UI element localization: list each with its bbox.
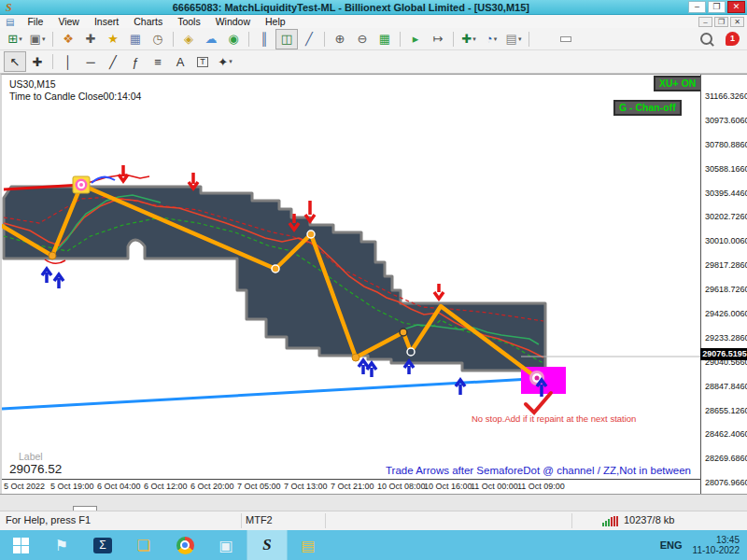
mdi-minimize-button[interactable]: –	[698, 17, 712, 27]
toolbar-icon[interactable]	[173, 32, 174, 47]
toolbar-icon[interactable]	[52, 32, 53, 47]
price-label: 31166.3260	[701, 85, 747, 109]
timeframe-button[interactable]	[547, 36, 558, 42]
resource-monitor-icon[interactable]: ▣	[205, 530, 247, 560]
red-arc	[45, 259, 65, 263]
toolbar-icon[interactable]	[324, 32, 325, 47]
trading-platform-icon[interactable]: S	[247, 530, 288, 560]
strategy-tester-icon[interactable]: ◷	[147, 29, 169, 49]
taskbar-clock[interactable]: 13:45 11-10-2022	[693, 535, 740, 555]
notifications-badge[interactable]: 1	[726, 32, 740, 46]
timeframe-button[interactable]	[586, 36, 598, 42]
cursor-icon[interactable]: ↖	[4, 51, 26, 72]
timeframe-button[interactable]	[573, 36, 585, 42]
toolbar-icon[interactable]	[453, 32, 454, 47]
templates-icon[interactable]: ▤	[502, 29, 525, 49]
time-label: 6 Oct 04:00	[97, 480, 144, 495]
server-manager-icon[interactable]: ⚑	[41, 530, 82, 560]
autotrading-icon[interactable]: ◉	[222, 29, 245, 49]
timeframe-button[interactable]	[534, 36, 545, 42]
powershell-icon[interactable]: Σ	[82, 530, 123, 560]
time-axis[interactable]: 5 Oct 20225 Oct 19:006 Oct 04:006 Oct 12…	[2, 479, 700, 495]
chart-shift-icon[interactable]: ↦	[427, 29, 449, 49]
minimize-button[interactable]: –	[688, 1, 706, 13]
auto-scroll-icon[interactable]: ▸	[404, 29, 427, 49]
chrome-logo-icon	[176, 537, 194, 554]
fibonacci-icon[interactable]: ≡	[147, 51, 169, 72]
crosshair-icon[interactable]: ✚	[26, 51, 49, 72]
time-label: 7 Oct 05:00	[237, 480, 284, 495]
label-object-value: 29076.52	[9, 462, 62, 476]
new-order-icon[interactable]: ◈	[177, 29, 200, 49]
toolbar-icon[interactable]	[400, 32, 401, 47]
file-explorer-icon[interactable]: ❏	[123, 530, 164, 560]
buy-arrow-icon	[54, 274, 63, 288]
timeframe-button[interactable]	[599, 36, 611, 42]
zoom-out-icon[interactable]: ⊖	[351, 29, 374, 49]
buy-arrow-icon	[359, 360, 368, 374]
tile-windows-icon[interactable]: ▦	[374, 29, 396, 49]
timeframe-button[interactable]	[626, 36, 637, 42]
periods-icon[interactable]: ◔	[480, 29, 502, 49]
timeframe-button[interactable]	[639, 36, 650, 42]
vertical-line-icon[interactable]: │	[57, 51, 79, 72]
signals-icon[interactable]: ☁	[200, 29, 222, 49]
red-squiggle	[81, 175, 149, 185]
menu-item[interactable]: Help	[258, 16, 293, 27]
menu-item[interactable]: File	[20, 16, 50, 27]
menu-item[interactable]: Tools	[170, 16, 208, 27]
language-indicator[interactable]: ENG	[660, 539, 683, 551]
bar-chart-icon[interactable]: ║	[253, 29, 275, 49]
search-icon[interactable]	[700, 33, 712, 45]
candlestick-chart-icon[interactable]: ◫	[275, 29, 298, 49]
text-icon[interactable]: A	[169, 51, 191, 72]
shapes-icon[interactable]: ✦	[214, 51, 236, 72]
system-tray: ENG 13:45 11-10-2022	[609, 535, 747, 555]
mdi-restore-button[interactable]: ❐	[714, 17, 728, 27]
current-price-tag: 29076.5195	[700, 348, 747, 360]
menu-item[interactable]: Insert	[87, 16, 126, 27]
terminal-icon[interactable]: ▦	[124, 29, 147, 49]
candle-countdown-label: Time to Candle Close00:14:04	[9, 91, 141, 102]
trend-line[interactable]	[2, 379, 530, 409]
price-label: 30202.7260	[701, 205, 747, 230]
menu-item[interactable]: Charts	[126, 16, 170, 27]
mdi-close-button[interactable]: ✕	[730, 17, 744, 27]
sell-arrow-icon	[434, 284, 444, 299]
line-chart-icon[interactable]: ╱	[298, 29, 320, 49]
menu-item[interactable]: Window	[208, 16, 258, 27]
navigator-icon[interactable]: ★	[102, 29, 124, 49]
profiles-icon[interactable]: ▣	[26, 29, 49, 49]
status-divider	[325, 513, 326, 528]
price-axis[interactable]: 31166.326030973.606030780.886030588.1660…	[700, 75, 747, 495]
mode-text: MTF2	[246, 514, 273, 525]
drawing-icon[interactable]	[52, 54, 53, 69]
horizontal-line-icon[interactable]: ─	[79, 51, 102, 72]
zoom-in-icon[interactable]: ⊕	[329, 29, 351, 49]
mdi-controls: – ❐ ✕	[697, 17, 744, 27]
toolbar-icon[interactable]	[529, 32, 529, 47]
semafore-dot-peak	[76, 179, 88, 191]
timeframe-button[interactable]	[613, 36, 624, 42]
annotation-red: No stop.Add if it repaint at the next st…	[472, 413, 636, 424]
toolbar-icon[interactable]	[248, 32, 249, 47]
menu-item[interactable]: View	[50, 16, 87, 27]
chrome-icon[interactable]	[164, 530, 205, 560]
timeframe-button[interactable]	[560, 36, 571, 42]
market-watch-icon[interactable]: ❖	[57, 29, 79, 49]
equidistant-channel-icon[interactable]: ƒ	[124, 51, 147, 72]
data-window-icon[interactable]: ✚	[79, 29, 102, 49]
menu-bar: ▤ FileViewInsertChartsToolsWindowHelp – …	[0, 15, 747, 29]
close-button[interactable]: ✕	[727, 1, 745, 13]
menu-items: FileViewInsertChartsToolsWindowHelp	[20, 16, 292, 27]
window-title: 66665083: MatchLiquidityTest-ML - Billio…	[16, 2, 686, 13]
new-chart-icon[interactable]: ⊞	[4, 29, 26, 49]
sell-arrow-icon	[189, 173, 198, 189]
trendline-icon[interactable]: ╱	[102, 51, 124, 72]
text-label-icon[interactable]: T	[191, 51, 214, 72]
price-label: 30010.0060	[701, 230, 747, 254]
finance-app-icon[interactable]: ▤	[288, 530, 329, 560]
start-button[interactable]	[0, 530, 41, 560]
restore-button[interactable]: ❐	[708, 1, 726, 13]
indicators-icon[interactable]: ✚	[458, 29, 480, 49]
